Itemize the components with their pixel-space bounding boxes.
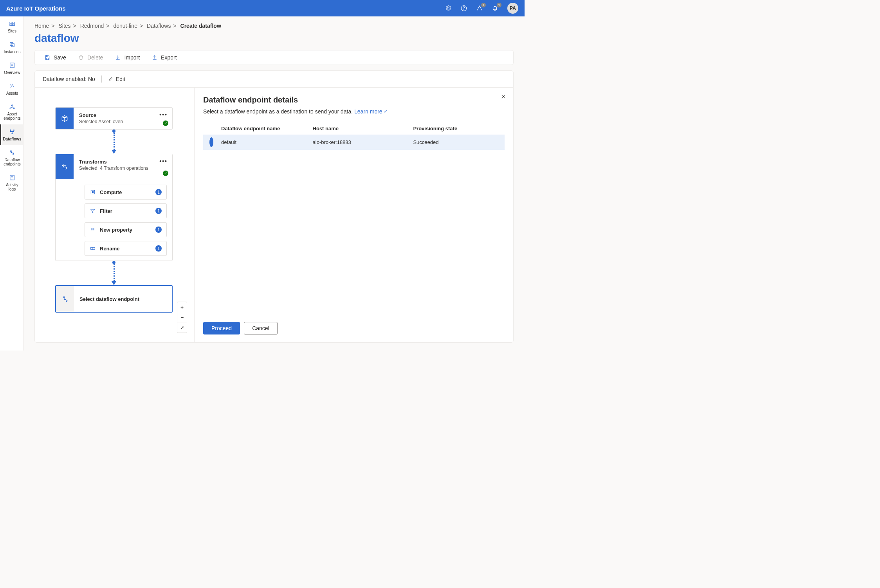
source-node[interactable]: ••• Source Selected Asset: oven [55, 107, 173, 129]
bell-icon[interactable]: 1 [492, 5, 499, 12]
zoom-controls: + − ⤢ [177, 302, 187, 333]
sidebar-item-activity-logs[interactable]: Activity logs [0, 170, 23, 195]
sidebar-item-asset-endpoints[interactable]: Asset endpoints [0, 99, 23, 124]
radio-selected[interactable] [209, 137, 213, 147]
app-title: Azure IoT Operations [6, 5, 66, 12]
help-icon[interactable] [460, 5, 467, 12]
svg-point-9 [10, 129, 11, 131]
delete-button: Delete [78, 54, 103, 61]
dataflow-enabled-label: Dataflow enabled: No [43, 76, 95, 82]
endpoint-node[interactable]: Select dataflow endpoint [55, 285, 173, 313]
details-panel: Dataflow endpoint details Select a dataf… [195, 88, 513, 342]
breadcrumb-redmond[interactable]: Redmond [80, 23, 104, 29]
transform-rename[interactable]: Rename 1 [85, 241, 167, 256]
zoom-out-button[interactable]: − [177, 312, 187, 322]
alert-badge: 1 [481, 2, 486, 8]
svg-point-5 [10, 85, 11, 85]
topbar: Azure IoT Operations 1 1 PA [0, 0, 525, 16]
transform-compute[interactable]: Compute 1 [85, 185, 167, 200]
list-icon [90, 227, 96, 233]
toolbar: Save Delete Import Export [34, 50, 514, 65]
check-icon [163, 171, 168, 176]
svg-point-10 [13, 129, 14, 131]
endpoint-icon [56, 286, 74, 312]
filter-icon [90, 208, 96, 214]
bell-alert-icon[interactable]: 1 [476, 5, 483, 12]
rename-icon [90, 245, 96, 252]
col-host: Host name [313, 126, 413, 131]
breadcrumb-home[interactable]: Home [34, 23, 49, 29]
col-name: Dataflow endpoint name [221, 126, 313, 131]
svg-point-13 [13, 153, 14, 155]
sidebar-item-overview[interactable]: Overview [0, 58, 23, 79]
check-icon [163, 120, 168, 126]
sidebar: Sites Instances Overview Assets Asset en… [0, 16, 23, 351]
edit-button[interactable]: Edit [108, 76, 125, 82]
proceed-button[interactable]: Proceed [203, 322, 240, 334]
cube-icon [56, 108, 74, 129]
breadcrumb-dataflows[interactable]: Dataflows [147, 23, 171, 29]
cancel-button[interactable]: Cancel [244, 322, 278, 334]
sidebar-item-dataflows[interactable]: Dataflows [0, 124, 23, 145]
external-link-icon [383, 109, 388, 113]
page-title: dataflow [34, 32, 514, 45]
sidebar-item-sites[interactable]: Sites [0, 16, 23, 37]
sidebar-item-instances[interactable]: Instances [0, 37, 23, 58]
svg-point-1 [463, 9, 464, 10]
svg-point-6 [12, 105, 13, 106]
svg-point-12 [11, 151, 12, 152]
learn-more-link[interactable]: Learn more [354, 108, 388, 115]
svg-point-18 [66, 300, 67, 301]
endpoints-table: Dataflow endpoint name Host name Provisi… [203, 122, 505, 150]
import-button[interactable]: Import [115, 54, 140, 61]
breadcrumb-current: Create dataflow [180, 23, 221, 29]
sidebar-item-assets[interactable]: Assets [0, 79, 23, 99]
table-row[interactable]: default aio-broker:18883 Succeeded [203, 135, 505, 150]
zoom-in-button[interactable]: + [177, 302, 187, 312]
sidebar-item-dataflow-endpoints[interactable]: Dataflow endpoints [0, 145, 23, 170]
breadcrumb: Home> Sites> Redmond> donut-line> Datafl… [34, 23, 514, 29]
avatar[interactable]: PA [507, 3, 518, 14]
more-icon[interactable]: ••• [159, 111, 168, 118]
svg-point-17 [63, 297, 65, 298]
svg-rect-2 [10, 43, 13, 46]
close-icon[interactable] [501, 94, 506, 101]
col-state: Provisioning state [413, 126, 505, 131]
export-button[interactable]: Export [151, 54, 177, 61]
more-icon[interactable]: ••• [159, 158, 168, 164]
compute-icon [90, 189, 96, 195]
save-button[interactable]: Save [44, 54, 66, 61]
notification-badge: 1 [496, 2, 502, 8]
dataflow-canvas: ••• Source Selected Asset: oven [35, 88, 195, 342]
breadcrumb-sites[interactable]: Sites [58, 23, 70, 29]
panel-title: Dataflow endpoint details [203, 95, 505, 104]
transform-filter[interactable]: Filter 1 [85, 203, 167, 218]
zoom-fit-button[interactable]: ⤢ [177, 322, 187, 333]
breadcrumb-donut-line[interactable]: donut-line [113, 23, 137, 29]
content-box: Dataflow enabled: No Edit ••• Sour [34, 70, 514, 343]
transforms-icon [56, 154, 74, 179]
settings-icon[interactable] [445, 5, 452, 12]
svg-point-11 [12, 133, 13, 134]
panel-description: Select a dataflow endpoint as a destinat… [203, 108, 505, 115]
transforms-node[interactable]: ••• Transforms Selected: 4 Transform ope… [55, 154, 173, 261]
svg-rect-3 [11, 44, 14, 47]
transform-new-property[interactable]: New property 1 [85, 222, 167, 237]
